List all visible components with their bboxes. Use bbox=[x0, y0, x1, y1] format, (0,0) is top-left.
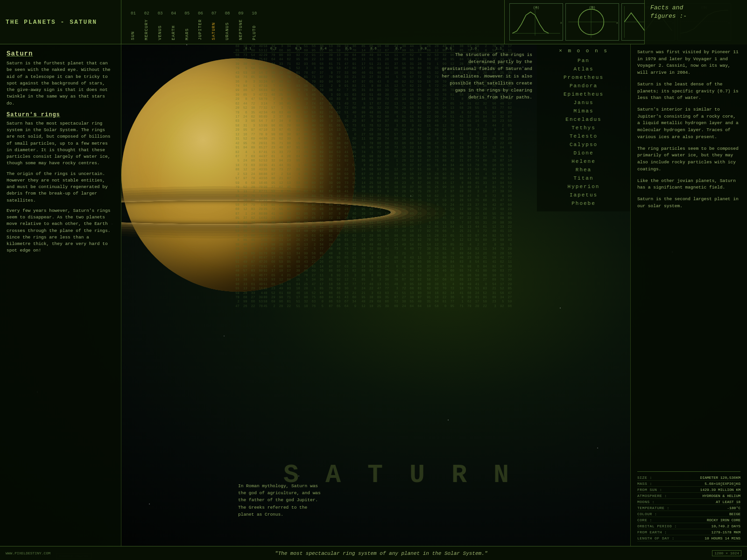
moon-epimetheus: Epimetheus bbox=[541, 90, 627, 98]
moon-hyperion: Hyperion bbox=[541, 182, 627, 191]
mythology-text: In Roman mythology, Saturn was the god o… bbox=[238, 483, 322, 518]
planet-nav-item-sun[interactable]: 01 SUN bbox=[131, 11, 136, 40]
stat-row-temperature: TEMPERATURE : -180°C bbox=[637, 505, 740, 511]
stat-row-from-sun: FROM SUN : 1429.39 MILLION KM bbox=[637, 487, 740, 493]
right-panel: Saturn was first visited by Pioneer 11 i… bbox=[630, 44, 747, 546]
stat-row-size: SIZE : DIAMETER 120,536KM bbox=[637, 475, 740, 481]
h-tick-0.9: 0.9 bbox=[436, 47, 461, 50]
bottom-url: WWW.PIXELDESTINY.COM bbox=[6, 551, 50, 555]
planet-nav-item-earth[interactable]: 04 EARTH bbox=[171, 11, 176, 40]
bottom-quote: "The most spectacular ring system of any… bbox=[275, 551, 487, 556]
main-content: Saturn Saturn is the furthest planet tha… bbox=[0, 44, 747, 546]
graph-B: (B) x y bbox=[565, 3, 619, 41]
moon-tethys: Tethys bbox=[541, 124, 627, 132]
saturn-intro: Saturn is the furthest planet that can b… bbox=[7, 60, 114, 107]
center-area: 0.10.20.30.40.50.60.70.80.91.01.1 60 16 … bbox=[121, 44, 630, 546]
bottom-resolution: 1280 × 1024 bbox=[712, 550, 741, 556]
right-para1: Saturn was first visited by Pioneer 11 i… bbox=[637, 49, 740, 77]
moon-helene: Helene bbox=[541, 157, 627, 166]
rings-text3: Every few years however, Saturn's rings … bbox=[7, 208, 114, 254]
svg-text:x: x bbox=[616, 21, 618, 25]
rings-text2: The origin of the rings is uncertain. Ho… bbox=[7, 171, 114, 204]
stat-row-colour: COLOUR : BEIGE bbox=[637, 511, 740, 517]
moon-pandora: Pandora bbox=[541, 82, 627, 90]
rings-text1: Saturn has the most spectacular ring sys… bbox=[7, 120, 114, 167]
moon-calypso: Calypso bbox=[541, 140, 627, 149]
stat-row-from-earth: FROM EARTH : 1279-1578 MKM bbox=[637, 529, 740, 535]
title-section: THE PLANETS - SATURN bbox=[0, 0, 121, 44]
right-para2: Saturn is the least dense of the planets… bbox=[637, 81, 740, 102]
planet-nav-item-uranus[interactable]: 08 URANUS bbox=[225, 11, 230, 40]
stat-row-core: CORE : ROCKY IRON CORE bbox=[637, 517, 740, 523]
stat-row-orbital-period: ORBITAL PERIOD : 10,749.2 DAYS bbox=[637, 523, 740, 529]
h-tick-0.6: 0.6 bbox=[361, 47, 386, 50]
saturn-visual bbox=[121, 44, 458, 455]
topbar: THE PLANETS - SATURN 01 SUN02 MERCURY03 … bbox=[0, 0, 747, 44]
right-para4: The ring particles seem to be composed p… bbox=[637, 146, 740, 173]
ring-desc-text: The structure of the rings is determined… bbox=[439, 51, 532, 101]
facts-title: Facts andfigures :- bbox=[650, 4, 741, 21]
h-tick-0.5: 0.5 bbox=[336, 47, 361, 50]
moon-prometheus: Prometheus bbox=[541, 73, 627, 82]
right-para3: Saturn's interior is similar to Jupiter'… bbox=[637, 106, 740, 141]
moon-dione: Dione bbox=[541, 149, 627, 157]
left-panel: Saturn Saturn is the furthest planet tha… bbox=[0, 44, 121, 546]
moon-titan: Titan bbox=[541, 174, 627, 182]
svg-text:x: x bbox=[560, 21, 562, 25]
rings-heading: Saturn's rings bbox=[7, 112, 114, 118]
moon-pan: Pan bbox=[541, 56, 627, 65]
svg-text:y: y bbox=[536, 6, 538, 9]
stat-row-atmosphere: ATMOSPHERE : HYDROGEN & HELIUM bbox=[637, 493, 740, 499]
stat-row-mass: MASS : 5.68×10[EXP26]KG bbox=[637, 481, 740, 487]
saturn-body bbox=[121, 58, 355, 292]
saturn-rings bbox=[121, 200, 392, 224]
ring-description: The structure of the rings is determined… bbox=[439, 51, 532, 101]
planet-nav-item-mercury[interactable]: 02 MERCURY bbox=[144, 11, 149, 40]
right-para6: Saturn is the second largest planet in o… bbox=[637, 196, 740, 210]
planet-nav-item-saturn[interactable]: 07 SATURN bbox=[211, 11, 217, 40]
h-tick-0.3: 0.3 bbox=[286, 47, 311, 50]
h-tick-0.2: 0.2 bbox=[261, 47, 286, 50]
page-title: THE PLANETS - SATURN bbox=[6, 19, 97, 26]
h-tick-1.1: 1.1 bbox=[486, 47, 511, 50]
stat-row-moons: MOONS : AT LEAST 18 bbox=[637, 499, 740, 505]
graph-A: (A) x y bbox=[509, 3, 563, 41]
moon-telesto: Telesto bbox=[541, 132, 627, 140]
planet-nav-item-jupiter[interactable]: 06 JUPITER bbox=[198, 11, 203, 40]
moon-enceladus: Enceladus bbox=[541, 115, 627, 124]
facts-title-panel: Facts andfigures :- bbox=[644, 0, 747, 44]
h-tick-0.4: 0.4 bbox=[311, 47, 336, 50]
moon-atlas: Atlas bbox=[541, 65, 627, 73]
moons-list: PanAtlasPrometheusPandoraEpimetheusJanus… bbox=[541, 56, 627, 208]
bottombar: WWW.PIXELDESTINY.COM "The most spectacul… bbox=[0, 546, 747, 560]
planet-nav: 01 SUN02 MERCURY03 VENUS04 EARTH05 MARS0… bbox=[121, 0, 504, 44]
h-tick-0.8: 0.8 bbox=[411, 47, 436, 50]
stats-table: SIZE : DIAMETER 120,536KMMASS : 5.68×10[… bbox=[637, 471, 740, 541]
moon-iapetus: Iapetus bbox=[541, 191, 627, 199]
moons-panel: × m o o n s PanAtlasPrometheusPandoraEpi… bbox=[537, 44, 630, 211]
moons-title: × m o o n s bbox=[541, 48, 627, 54]
h-tick-0.1: 0.1 bbox=[236, 47, 261, 50]
stat-row-length-of-day: LENGTH OF DAY : 10 HOURS 14 MINS bbox=[637, 535, 740, 541]
planet-nav-item-venus[interactable]: 03 VENUS bbox=[158, 11, 163, 40]
h-tick-0.7: 0.7 bbox=[386, 47, 411, 50]
svg-text:y: y bbox=[592, 6, 594, 9]
h-tick-1.0: 1.0 bbox=[461, 47, 486, 50]
saturn-heading: Saturn bbox=[7, 50, 114, 57]
moon-rhea: Rhea bbox=[541, 166, 627, 174]
moon-phoebe: Phoebe bbox=[541, 199, 627, 208]
planet-nav-item-neptune[interactable]: 09 NEPTUNE bbox=[239, 11, 244, 40]
planet-nav-item-pluto[interactable]: 10 PLUTO bbox=[252, 11, 257, 40]
mythology-para: In Roman mythology, Saturn was the god o… bbox=[238, 483, 322, 518]
right-para5: Like the other jovian planets, Saturn ha… bbox=[637, 178, 740, 191]
moon-mimas: Mimas bbox=[541, 107, 627, 115]
planet-nav-item-mars[interactable]: 05 MARS bbox=[184, 11, 190, 40]
moon-janus: Janus bbox=[541, 98, 627, 107]
